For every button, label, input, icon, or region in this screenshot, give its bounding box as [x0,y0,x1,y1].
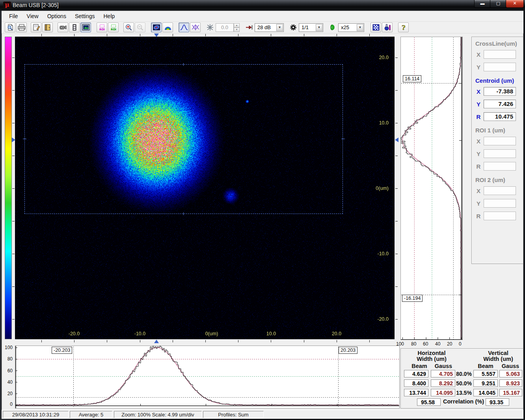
status-average: Average: 5 [70,411,112,418]
clip-level-50: 50.0% [456,380,472,387]
properties-button[interactable] [31,22,41,32]
menu-help[interactable]: Help [99,12,119,20]
decimation-value: 1/1 [302,24,309,30]
menu-file[interactable]: File [5,12,22,20]
test-tools-button[interactable] [382,22,393,32]
exposure-spinner[interactable]: ▲▼ [234,23,240,32]
centroid-r-value: 10.475 [484,112,516,121]
h-gauss-80: 4.705 [431,370,455,377]
roi-rectangle[interactable] [24,64,343,214]
zoom-out-button[interactable] [135,22,145,32]
roi-handle-top[interactable] [183,63,184,66]
axis-tick [395,123,398,123]
roi2-x-label: X [475,188,482,194]
centroid-x-marker-bottom[interactable] [154,340,159,343]
roi-handle-right[interactable] [341,139,345,139]
exposure-input[interactable]: 0.0 [216,23,234,32]
axis-tick [395,319,398,320]
gain-boost-indicator [328,22,337,32]
window-frame: µ Beam USB [2-305] ▬ ▢ ✕ File View Optio… [0,0,525,420]
close-button[interactable]: ✕ [506,0,524,8]
axis-tick [395,254,398,254]
roi-handle-bottom[interactable] [183,212,184,215]
axis-tick [107,340,107,342]
zoom-out-icon [136,24,144,31]
axis-tick [12,188,15,189]
pixel-matrix-icon [372,24,380,31]
film-strip-button[interactable] [69,22,80,32]
spinner-down-icon[interactable]: ▼ [234,28,240,32]
axis-tick [238,340,238,342]
ellipse-overlay-button[interactable] [151,22,162,32]
gauss-fit-button[interactable] [179,22,189,32]
exit-door-icon [44,24,52,31]
centroid-x-marker-top[interactable] [154,33,159,37]
y-axis-label: -20.0 [370,316,389,322]
decimation-select[interactable]: 1/1▼ [299,23,323,32]
app-icon: µ [3,2,11,9]
roi-handle-left[interactable] [23,139,26,139]
vertical-width-subtitle: Width (um) [483,356,513,362]
roi1-x-label: X [475,138,482,145]
roi1-button[interactable]: ROI [97,22,107,32]
y-axis-label: -10.0 [370,251,389,256]
roi2-x-field [484,186,516,195]
ellipse-icon [153,24,160,31]
document-preview-icon [6,24,14,31]
crossline-y-field [484,63,516,71]
exit-button[interactable] [42,22,53,32]
roi2-r-label: R [475,213,482,219]
horizontal-profile-plot[interactable] [15,346,400,409]
roi1-r-label: R [475,163,482,170]
magnification-select[interactable]: x25▼ [338,23,364,32]
roi2-y-field [484,199,516,208]
menu-settings[interactable]: Settings [71,12,99,20]
title-bar[interactable]: µ Beam USB [2-305] ▬ ▢ ✕ [0,0,525,11]
h-beam-80: 4.629 [404,370,428,377]
status-zoom-scale: Zoom: 100% Scale: 4.99 um/div [114,411,202,418]
gain-dropdown-icon[interactable]: ▼ [276,24,283,31]
print-button[interactable] [16,22,27,32]
v-beam-80: 5.557 [473,370,498,377]
magnification-dropdown-icon[interactable]: ▼ [357,24,363,31]
zoom-in-button[interactable] [123,22,134,32]
vertical-width-marker-lower: -16.194 [402,295,423,302]
surface-3d-button[interactable] [162,22,173,32]
minimize-button[interactable]: ▬ [474,0,491,8]
palette-button[interactable] [370,22,381,32]
gain-select[interactable]: 28 dB▼ [255,23,284,32]
roi2-icon: ROI [110,24,117,31]
spinner-up-icon[interactable]: ▲ [234,23,240,28]
decimation-dropdown-icon[interactable]: ▼ [316,24,322,31]
roi1-icon: ROI [98,24,106,31]
centroid-y-marker-left[interactable] [12,138,15,142]
capture-video-button[interactable] [58,22,68,32]
menu-bar: File View Options Settings Help [2,11,523,22]
centroid-title: Centroid (um) [475,77,514,84]
axis-tick [369,340,370,342]
v-beam-13: 14.045 [473,389,498,396]
horizontal-width-title: Horizontal [418,350,446,356]
roi2-button[interactable]: ROI [108,22,119,32]
centroid-r-label: R [475,113,482,120]
roi1-r-field [484,162,516,171]
help-button[interactable]: ? [398,22,409,32]
menu-options[interactable]: Options [43,12,71,20]
h-gauss-50: 8.292 [431,379,455,387]
image-display-button[interactable] [80,22,91,32]
horizontal-width-subtitle: Width (um) [417,356,447,362]
profile-cross-button[interactable] [190,22,201,32]
axis-tick [12,286,15,287]
svg-text:ROI: ROI [99,28,105,31]
maximize-button[interactable]: ▢ [490,0,506,8]
speaker-icon [329,24,337,31]
axis-tick [395,286,398,287]
crossline-title: CrossLine(um) [475,40,517,47]
axis-tick [140,340,140,342]
roi1-title: ROI 1 (um) [475,127,505,134]
menu-view[interactable]: View [22,12,43,20]
centroid-y-marker-right[interactable] [395,138,398,142]
preview-button[interactable] [5,22,15,32]
gain-value: 28 dB [257,24,271,30]
roi1-x-field [484,137,516,145]
